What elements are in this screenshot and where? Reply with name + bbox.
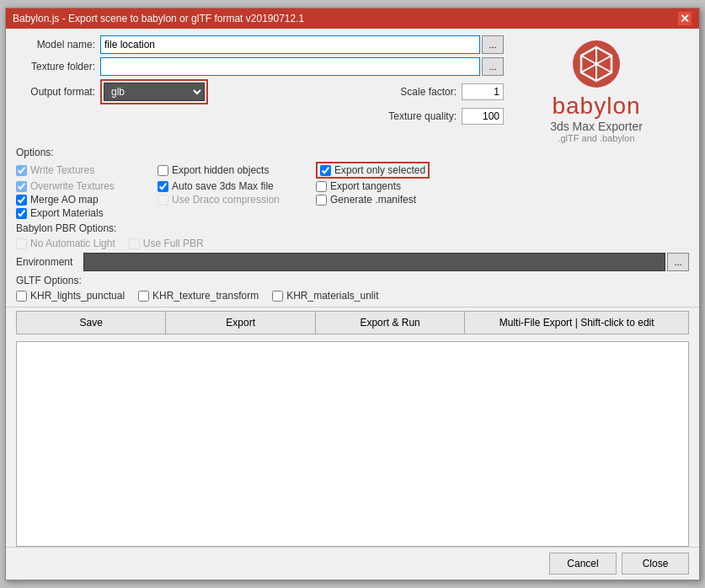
khr-lights-item: KHR_lights_punctual — [16, 290, 125, 302]
khr-texture-checkbox[interactable] — [138, 291, 149, 302]
main-window: Babylon.js - Export scene to babylon or … — [5, 8, 700, 580]
model-name-browse-button[interactable]: ... — [482, 35, 504, 54]
use-full-pbr-label: Use Full PBR — [143, 238, 204, 249]
window-content: Model name: ... Texture folder: ... Outp… — [6, 29, 699, 580]
khr-texture-item: KHR_texture_transform — [138, 290, 259, 302]
options-section: Options: Write Textures Export hidden ob… — [6, 147, 699, 219]
environment-browse-button[interactable]: ... — [667, 253, 689, 271]
model-name-input[interactable] — [100, 35, 480, 54]
write-textures-checkbox[interactable] — [16, 165, 27, 176]
draco-label: Use Draco compression — [172, 194, 280, 206]
export-only-selected-item: Export only selected — [316, 162, 484, 179]
model-name-row: Model name: ... — [16, 35, 504, 54]
texture-quality-input[interactable] — [462, 108, 504, 125]
export-materials-item: Export Materials — [16, 207, 151, 219]
export-run-button[interactable]: Export & Run — [316, 311, 465, 334]
export-tangents-checkbox[interactable] — [316, 181, 327, 192]
export-hidden-checkbox[interactable] — [158, 165, 168, 176]
export-materials-checkbox[interactable] — [16, 208, 27, 219]
logo-sub2-text: .glTF and .babylon — [558, 133, 634, 143]
gltf-row: KHR_lights_punctual KHR_texture_transfor… — [16, 290, 689, 302]
no-auto-light-item: No Automatic Light — [16, 238, 115, 249]
write-textures-item: Write Textures — [16, 162, 151, 179]
pbr-section: Babylon PBR Options: No Automatic Light … — [6, 222, 699, 249]
scale-factor-input[interactable] — [462, 83, 504, 100]
auto-save-checkbox[interactable] — [158, 181, 168, 192]
model-name-label: Model name: — [16, 39, 100, 51]
output-area — [16, 341, 689, 547]
export-button[interactable]: Export — [166, 311, 315, 334]
merge-ao-label: Merge AO map — [30, 194, 99, 206]
auto-save-label: Auto save 3ds Max file — [172, 180, 274, 192]
overwrite-textures-checkbox[interactable] — [16, 181, 27, 192]
khr-materials-label: KHR_materials_unlit — [286, 290, 378, 302]
draco-item: Use Draco compression — [158, 194, 309, 206]
close-button[interactable]: ✕ — [677, 11, 692, 26]
output-format-highlight: glb gltf babylon — [100, 79, 208, 104]
export-materials-label: Export Materials — [30, 207, 104, 219]
window-title: Babylon.js - Export scene to babylon or … — [13, 13, 677, 24]
texture-quality-row: Texture quality: — [16, 108, 504, 125]
multi-file-button[interactable]: Multi-File Export | Shift-click to edit — [465, 311, 689, 334]
generate-manifest-checkbox[interactable] — [316, 195, 327, 206]
bottom-bar: Cancel Close — [6, 547, 699, 580]
merge-ao-item: Merge AO map — [16, 194, 151, 206]
environment-row: Environment ... — [6, 253, 699, 271]
export-hidden-item: Export hidden objects — [158, 162, 309, 179]
export-only-selected-checkbox[interactable] — [320, 165, 331, 176]
output-format-label: Output format: — [16, 86, 100, 98]
no-auto-light-label: No Automatic Light — [30, 238, 115, 249]
gltf-title: GLTF Options: — [16, 275, 689, 286]
gltf-section: GLTF Options: KHR_lights_punctual KHR_te… — [6, 275, 699, 302]
no-auto-light-checkbox[interactable] — [16, 238, 27, 249]
use-full-pbr-checkbox[interactable] — [129, 238, 140, 249]
khr-materials-item: KHR_materials_unlit — [272, 290, 378, 302]
texture-folder-row: Texture folder: ... — [16, 57, 504, 76]
merge-ao-checkbox[interactable] — [16, 195, 27, 206]
auto-save-item: Auto save 3ds Max file — [158, 180, 309, 192]
action-bar: Save Export Export & Run Multi-File Expo… — [6, 307, 699, 338]
options-grid: Write Textures Export hidden objects Exp… — [16, 162, 689, 219]
overwrite-textures-item: Overwrite Textures — [16, 180, 151, 192]
texture-folder-browse-button[interactable]: ... — [482, 57, 504, 76]
khr-materials-checkbox[interactable] — [272, 291, 283, 302]
environment-label: Environment — [16, 256, 83, 268]
generate-manifest-item: Generate .manifest — [316, 194, 484, 206]
environment-input[interactable] — [83, 253, 665, 271]
top-section: Model name: ... Texture folder: ... Outp… — [6, 29, 699, 147]
scale-factor-label: Scale factor: — [400, 86, 457, 98]
export-only-selected-label: Export only selected — [334, 164, 425, 176]
pbr-row: No Automatic Light Use Full PBR — [16, 238, 689, 249]
cancel-button[interactable]: Cancel — [549, 553, 617, 575]
form-area: Model name: ... Texture folder: ... Outp… — [16, 35, 504, 143]
output-format-row: Output format: glb gltf babylon Scale fa… — [16, 79, 504, 104]
export-tangents-item: Export tangents — [316, 180, 484, 192]
use-full-pbr-item: Use Full PBR — [129, 238, 204, 249]
texture-folder-label: Texture folder: — [16, 61, 100, 72]
texture-folder-input[interactable] — [100, 57, 480, 76]
export-only-selected-highlight: Export only selected — [316, 162, 430, 179]
output-format-select[interactable]: glb gltf babylon — [104, 83, 205, 101]
logo-area: babylon 3ds Max Exporter .glTF and .baby… — [504, 35, 689, 143]
close-button-bottom[interactable]: Close — [622, 553, 689, 575]
pbr-title: Babylon PBR Options: — [16, 222, 689, 234]
save-button[interactable]: Save — [16, 311, 166, 334]
khr-lights-label: KHR_lights_punctual — [30, 290, 125, 302]
khr-lights-checkbox[interactable] — [16, 291, 27, 302]
logo-brand-text: babylon — [552, 93, 640, 120]
babylon-logo-icon — [571, 39, 622, 89]
logo-subtitle-text: 3ds Max Exporter — [550, 120, 643, 133]
generate-manifest-label: Generate .manifest — [330, 194, 416, 206]
khr-texture-label: KHR_texture_transform — [152, 290, 259, 302]
draco-checkbox[interactable] — [158, 195, 168, 206]
export-hidden-label: Export hidden objects — [172, 164, 269, 176]
write-textures-label: Write Textures — [30, 164, 94, 176]
texture-quality-static-label: Texture quality: — [388, 110, 457, 122]
overwrite-textures-label: Overwrite Textures — [30, 180, 115, 192]
options-title: Options: — [16, 147, 689, 158]
title-bar: Babylon.js - Export scene to babylon or … — [6, 8, 699, 29]
export-tangents-label: Export tangents — [330, 180, 401, 192]
